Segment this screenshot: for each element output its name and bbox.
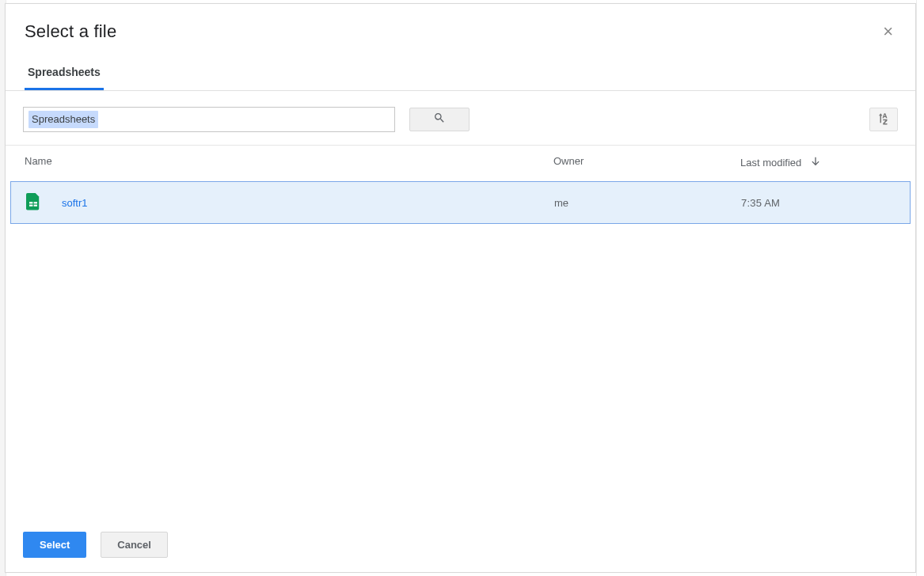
page-background-right [916, 0, 924, 576]
filter-bar: Spreadsheets [6, 91, 915, 146]
dialog-header: Select a file × [6, 4, 915, 51]
file-row-owner-cell: me [554, 197, 741, 209]
file-picker-dialog: Select a file × Spreadsheets Spreadsheet… [5, 3, 916, 573]
column-headers: Name Owner Last modified [6, 146, 915, 181]
file-name: softr1 [62, 197, 88, 209]
tab-spreadsheets[interactable]: Spreadsheets [25, 58, 104, 90]
file-row-modified-cell: 7:35 AM [741, 197, 895, 209]
column-header-modified[interactable]: Last modified [740, 155, 896, 170]
column-header-name[interactable]: Name [25, 155, 553, 170]
column-header-owner[interactable]: Owner [553, 155, 740, 170]
tab-bar: Spreadsheets [6, 51, 915, 91]
dialog-footer: Select Cancel [6, 521, 915, 572]
search-filter-chip[interactable]: Spreadsheets [29, 111, 98, 128]
search-input[interactable]: Spreadsheets [23, 107, 395, 132]
sort-alpha-icon [876, 112, 891, 128]
close-icon[interactable]: × [880, 21, 896, 42]
search-button[interactable] [409, 108, 470, 131]
svg-rect-4 [32, 201, 33, 207]
arrow-down-icon [809, 155, 822, 170]
dialog-title: Select a file [25, 21, 880, 42]
sort-alpha-button[interactable] [869, 108, 898, 131]
sheets-icon [25, 193, 41, 212]
file-row[interactable]: softr1 me 7:35 AM [10, 181, 911, 224]
column-header-modified-label: Last modified [740, 157, 801, 169]
file-row-name-cell: softr1 [25, 193, 554, 212]
search-icon [433, 112, 446, 127]
select-button[interactable]: Select [23, 532, 86, 558]
cancel-button[interactable]: Cancel [101, 532, 168, 558]
